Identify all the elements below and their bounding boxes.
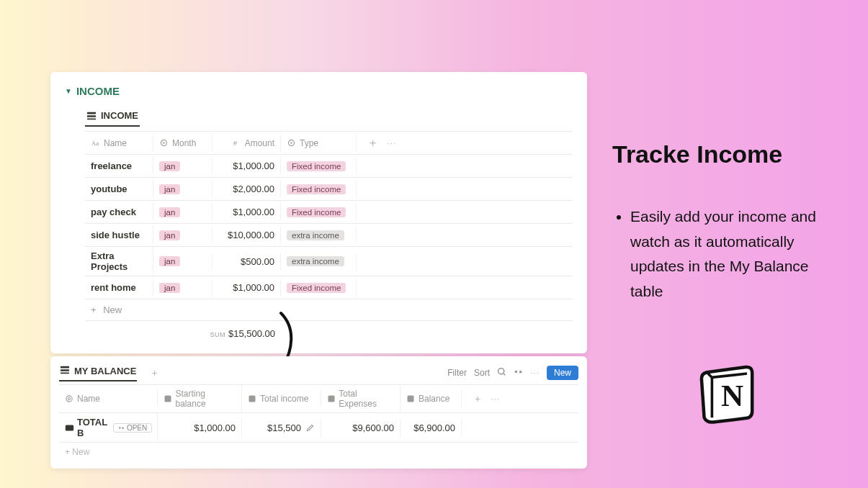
month-tag: jan <box>159 184 180 194</box>
number-icon: # <box>232 138 241 148</box>
plus-icon: + <box>91 304 97 315</box>
col-amount[interactable]: # Amount <box>212 135 281 152</box>
col-extra: + ··· <box>357 133 573 153</box>
select-icon <box>159 138 169 148</box>
svg-point-4 <box>161 140 166 145</box>
balance-view-name: MY BALANCE <box>74 366 136 376</box>
filter-button[interactable]: Filter <box>447 368 467 378</box>
start-value: $1,000.00 <box>194 423 236 433</box>
balance-header-row: Name Starting balance Total income Total… <box>59 385 578 413</box>
target-icon <box>65 394 74 404</box>
table-row[interactable]: side hustlejan$10,000.00extra income <box>85 224 573 247</box>
income-view-tab[interactable]: INCOME <box>85 107 140 127</box>
row-name: freelance <box>91 161 132 171</box>
balance-panel: MY BALANCE + Filter Sort ··· New Name St… <box>50 356 587 469</box>
row-title: TOTAL B <box>77 417 107 438</box>
database-icon <box>60 365 70 377</box>
table-row[interactable]: TOTAL B OPEN $1,000.00 $15,500 $9,600.00… <box>59 413 578 443</box>
row-name: pay check <box>91 207 136 217</box>
new-income-row[interactable]: + New <box>85 299 573 321</box>
table-row[interactable]: youtubejan$2,000.00Fixed income <box>85 178 573 201</box>
balance-view-tab[interactable]: MY BALANCE <box>59 363 137 381</box>
database-icon <box>86 111 97 121</box>
month-tag: jan <box>159 161 180 171</box>
svg-point-10 <box>498 368 504 374</box>
svg-rect-8 <box>61 369 69 371</box>
type-tag: Fixed income <box>287 184 346 194</box>
amount-value: $500.00 <box>241 256 274 267</box>
month-tag: jan <box>159 283 180 293</box>
expand-icon[interactable] <box>514 367 523 379</box>
svg-rect-17 <box>66 425 73 430</box>
table-row[interactable]: pay checkjan$1,000.00Fixed income <box>85 201 573 224</box>
more-options-button[interactable]: ··· <box>530 368 540 378</box>
row-name: youtube <box>91 184 127 194</box>
text-icon: Aa <box>91 138 100 148</box>
col-month[interactable]: Month <box>153 135 212 152</box>
svg-rect-13 <box>165 395 171 402</box>
new-balance-row[interactable]: + New <box>59 443 578 461</box>
col-type[interactable]: Type <box>281 135 357 152</box>
caret-down-icon: ▼ <box>65 87 72 95</box>
new-button[interactable]: New <box>547 366 578 380</box>
formula-icon <box>406 394 416 404</box>
feature-title: Tracke Income <box>612 140 843 168</box>
feature-bullet: Easily add your income and watch as it a… <box>630 204 843 304</box>
page-icon <box>65 423 74 433</box>
rollup-icon <box>248 394 257 404</box>
income-sum-row: SUM $15,500.00 <box>85 321 573 339</box>
svg-point-12 <box>68 397 71 399</box>
row-name: rent home <box>91 282 136 293</box>
column-options-button[interactable]: ··· <box>491 394 500 404</box>
svg-rect-7 <box>61 366 69 369</box>
notion-logo-icon: N <box>695 360 760 426</box>
open-button[interactable]: OPEN <box>113 423 152 433</box>
col-name[interactable]: Name <box>59 390 158 407</box>
svg-rect-15 <box>328 395 335 402</box>
amount-value: $1,000.00 <box>233 207 274 217</box>
svg-rect-0 <box>87 112 96 114</box>
type-tag: extra income <box>287 256 344 266</box>
balance-value: $6,900.00 <box>413 423 455 433</box>
svg-rect-14 <box>249 395 256 402</box>
svg-text:#: # <box>233 139 237 147</box>
row-name: side hustle <box>91 230 140 240</box>
sum-label: SUM <box>210 331 225 338</box>
svg-point-11 <box>66 395 72 401</box>
month-tag: jan <box>159 256 180 266</box>
col-start[interactable]: Starting balance <box>158 385 242 412</box>
type-tag: Fixed income <box>287 207 346 217</box>
table-row[interactable]: freelancejan$1,000.00Fixed income <box>85 155 573 178</box>
col-expenses[interactable]: Total Expenses <box>321 385 401 412</box>
table-row[interactable]: Extra Projectsjan$500.00extra income <box>85 247 573 276</box>
add-column-button[interactable]: + <box>362 137 383 150</box>
add-column-button[interactable]: + <box>467 393 488 405</box>
col-balance[interactable]: Balance <box>401 390 462 407</box>
type-tag: Fixed income <box>287 161 346 171</box>
svg-rect-2 <box>87 118 96 119</box>
income-panel: ▼ INCOME INCOME Aa Name Month # Amount T… <box>50 72 587 353</box>
column-options-button[interactable]: ··· <box>387 138 396 148</box>
svg-point-6 <box>288 140 294 145</box>
col-name[interactable]: Aa Name <box>85 135 153 152</box>
svg-text:Aa: Aa <box>91 140 99 147</box>
type-tag: Fixed income <box>287 283 346 293</box>
income-toggle[interactable]: ▼ INCOME <box>65 85 573 97</box>
income-table: Aa Name Month # Amount Type + ··· freela… <box>85 131 573 299</box>
svg-rect-16 <box>408 395 414 402</box>
sort-button[interactable]: Sort <box>474 368 490 378</box>
table-row[interactable]: rent homejan$1,000.00Fixed income <box>85 276 573 299</box>
col-income[interactable]: Total income <box>242 390 321 407</box>
edit-icon[interactable] <box>305 423 315 433</box>
month-tag: jan <box>159 230 180 240</box>
select-icon <box>287 138 296 148</box>
amount-value: $1,000.00 <box>233 282 274 293</box>
row-name: Extra Projects <box>91 250 147 272</box>
rollup-icon <box>327 394 336 404</box>
add-view-button[interactable]: + <box>144 367 164 379</box>
expenses-value: $9,600.00 <box>352 423 394 433</box>
balance-table: Name Starting balance Total income Total… <box>59 384 578 443</box>
search-icon[interactable] <box>497 367 506 379</box>
amount-value: $2,000.00 <box>233 184 274 194</box>
plus-icon: + <box>65 447 70 457</box>
